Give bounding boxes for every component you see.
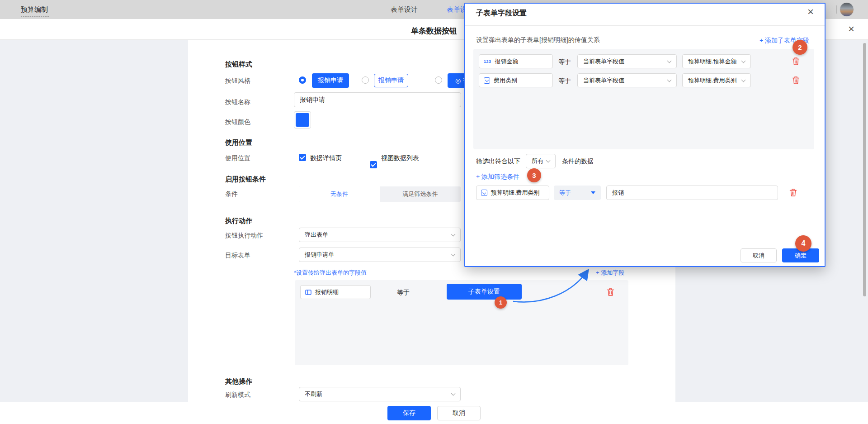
label-condition: 条件 [225,190,238,198]
filter-suffix-label: 条件的数据 [562,157,594,166]
chevron-down-icon [451,252,456,257]
radio-style-icon[interactable] [435,76,442,84]
button-action-value: 弹出表单 [305,231,328,239]
mapping-target-dropdown[interactable]: 预算明细.费用类别 [682,73,751,87]
label-button-style: 按钮风格 [225,77,250,85]
checkbox-view-list[interactable] [370,161,377,168]
condition-field-box[interactable]: 预算明细.费用类别 [476,186,549,200]
step-badge-1: 1 [495,296,507,309]
filter-mode-value: 所有 [532,157,543,165]
breadcrumb[interactable]: 预算编制 [21,5,48,14]
button-name-input[interactable] [294,92,461,107]
chevron-down-icon [451,391,456,396]
dialog-cancel-button[interactable]: 取消 [741,248,777,262]
delete-mapping-row-icon[interactable] [792,57,800,66]
page-close-icon[interactable]: × [848,24,854,34]
subform-field-label: 报销明细 [315,288,339,296]
button-action-dropdown[interactable]: 弹出表单 [299,228,461,242]
chevron-down-icon [741,77,746,82]
section-usage-position: 使用位置 [225,138,252,147]
delete-condition-row-icon[interactable] [789,188,797,197]
topbar-divider [836,5,837,14]
mapping-field-label: 报销金额 [495,57,519,66]
screen: 预算编制 表单设计 表单设置 单条数据按钮 × 按钮样式 按钮风格 报销申请 报… [0,0,868,424]
dialog-description: 设置弹出表单的子表单[报销明细]的传值关系 [476,36,600,44]
section-enable-condition: 启用按钮条件 [225,175,266,184]
chevron-down-icon [546,158,551,163]
segment-filter-condition[interactable]: 满足筛选条件 [380,186,461,202]
segment-no-condition[interactable]: 无条件 [299,186,380,202]
chevron-down-icon [667,77,672,82]
page-footer-bar [0,402,868,424]
style-preview-solid-button[interactable]: 报销申请 [312,73,349,88]
refresh-mode-dropdown[interactable]: 不刷新 [299,387,461,401]
chevron-down-icon [741,58,746,63]
checkbox-data-detail-label: 数据详情页 [310,154,342,162]
radio-style-outline[interactable] [362,76,369,84]
dialog-close-icon[interactable]: × [807,6,814,17]
mapping-source-value: 当前表单字段值 [583,76,624,85]
subform-icon [305,289,311,295]
button-color-picker[interactable] [294,111,311,129]
number-field-icon: 123 [484,59,491,64]
filter-mode-dropdown[interactable]: 所有 [526,154,556,168]
target-form-value: 报销申请单 [305,251,334,259]
select-field-icon [481,190,487,196]
dialog-header-divider [465,25,825,26]
mapping-equals-label: 等于 [558,77,571,85]
label-usage-position: 使用位置 [225,154,250,162]
subform-field-box[interactable]: 报销明细 [300,285,371,299]
section-other: 其他操作 [225,377,252,386]
target-icon: ◎ [455,77,461,84]
condition-segmented-control: 无条件 满足筛选条件 [299,186,461,202]
mapping-target-value: 预算明细.费用类别 [688,76,737,85]
mapping-source-dropdown[interactable]: 当前表单字段值 [577,54,677,68]
delete-subform-row-icon[interactable] [607,288,614,296]
style-preview-outline-button[interactable]: 报销申请 [374,74,408,87]
mapping-target-dropdown[interactable]: 预算明细.预算金额 [682,54,751,68]
field-values-label: *设置传给弹出表单的字段值 [294,269,367,277]
mapping-target-value: 预算明细.预算金额 [688,57,737,66]
chevron-down-icon [451,232,456,237]
mapping-equals-label: 等于 [558,58,571,66]
radio-style-solid[interactable] [299,76,306,84]
triangle-down-icon [591,191,595,194]
condition-value-input[interactable] [606,186,778,200]
checkbox-view-list-label: 视图数据列表 [381,154,419,162]
condition-operator-dropdown[interactable]: 等于 [554,186,601,200]
label-button-action: 按钮执行动作 [225,232,263,240]
mapping-field-box[interactable]: 费用类别 [479,73,553,87]
subform-equals-label: 等于 [397,289,410,297]
vertical-scrollbar[interactable] [863,43,866,296]
target-form-dropdown[interactable]: 报销申请单 [299,248,461,262]
mapping-source-value: 当前表单字段值 [583,57,624,66]
select-field-icon [484,77,490,84]
tab-form-design[interactable]: 表单设计 [391,5,418,14]
save-button[interactable]: 保存 [387,406,431,420]
mapping-source-dropdown[interactable]: 当前表单字段值 [577,73,677,87]
cancel-button[interactable]: 取消 [437,406,481,420]
label-button-color: 按钮颜色 [225,118,250,126]
add-filter-condition-link[interactable]: + 添加筛选条件 [476,173,519,181]
checkbox-data-detail[interactable] [299,154,306,161]
delete-mapping-row-icon[interactable] [792,76,800,85]
section-button-style: 按钮样式 [225,60,252,69]
user-avatar[interactable] [840,2,854,17]
section-action: 执行动作 [225,217,252,225]
step-badge-2: 2 [793,40,807,55]
label-target-form: 目标表单 [225,252,250,260]
step-badge-4: 4 [795,235,811,252]
step-badge-3: 3 [527,168,541,182]
mapping-field-label: 费用类别 [494,76,517,85]
filter-prefix-label: 筛选出符合以下 [476,157,520,166]
color-swatch [296,113,309,127]
refresh-mode-value: 不刷新 [305,390,322,398]
dialog-title: 子表单字段设置 [476,9,527,18]
label-refresh-mode: 刷新模式 [225,391,250,399]
label-button-name: 按钮名称 [225,98,250,106]
mapping-field-box[interactable]: 123 报销金额 [479,54,553,68]
chevron-down-icon [667,58,672,63]
condition-operator-value: 等于 [559,189,571,197]
breadcrumb-underline [21,16,49,17]
condition-field-label: 预算明细.费用类别 [491,189,540,197]
